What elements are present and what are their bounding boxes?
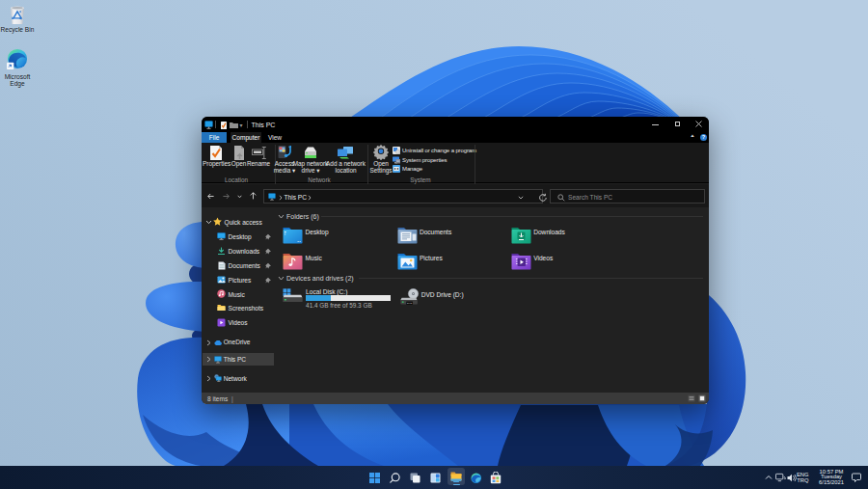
svg-text:DVD: DVD bbox=[407, 302, 412, 305]
